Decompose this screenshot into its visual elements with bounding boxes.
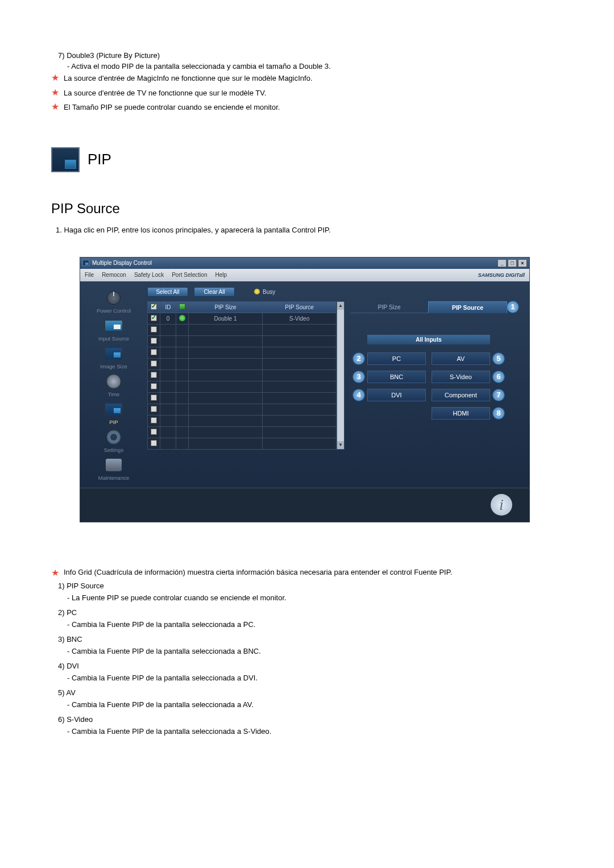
sidebar-item-label: PIP	[109, 419, 118, 425]
table-row[interactable]	[148, 335, 337, 347]
menu-file[interactable]: File	[85, 272, 94, 278]
sidebar-item-image-size[interactable]: Image Size	[80, 343, 147, 371]
callout-badge: 4	[352, 389, 365, 401]
row-checkbox[interactable]	[151, 326, 157, 333]
tab-pip-source[interactable]: PIP Source 1	[428, 301, 507, 313]
source-button-component[interactable]: Component	[432, 389, 490, 401]
cell-pip-size: Double 1	[189, 313, 263, 324]
note-text: La source d'entrée de MagicInfo ne fonct…	[64, 73, 563, 84]
gear-icon	[106, 430, 121, 445]
busy-indicator-icon	[254, 289, 260, 294]
list-item: 3) BNC	[51, 634, 563, 645]
table-row[interactable]	[148, 324, 337, 335]
row-checkbox[interactable]	[151, 440, 157, 446]
header-checkbox[interactable]	[148, 301, 160, 313]
star-icon: ★	[51, 73, 59, 83]
list-item: 7) Double3 (Picture By Picture)	[51, 51, 563, 60]
cell-id: 0	[160, 313, 176, 324]
sidebar-item-settings[interactable]: Settings	[80, 426, 147, 454]
table-row[interactable]	[148, 369, 337, 381]
table-row[interactable]	[148, 438, 337, 449]
source-button-hdmi[interactable]: HDMI	[432, 407, 490, 420]
source-button-av[interactable]: AV	[432, 352, 490, 365]
menu-help[interactable]: Help	[215, 272, 227, 278]
sidebar-item-label: Power Control	[97, 308, 131, 314]
table-row[interactable]	[148, 381, 337, 392]
statusbar: i	[80, 488, 529, 522]
note-text: El Tamaño PIP se puede controlar cuando …	[64, 102, 563, 113]
pip-icon	[105, 403, 123, 416]
sidebar-item-maintenance[interactable]: Maintenance	[80, 454, 147, 482]
app-icon	[82, 260, 89, 266]
callout-badge: 8	[492, 407, 505, 420]
callout-badge: 1	[507, 301, 519, 313]
bottom-text-block: ★ Info Grid (Cuadrícula de información) …	[51, 568, 563, 737]
row-checkbox[interactable]	[151, 383, 157, 389]
menubar: File Remocon Safety Lock Port Selection …	[80, 269, 529, 281]
power-icon	[107, 291, 121, 305]
row-checkbox[interactable]	[151, 338, 157, 344]
row-checkbox[interactable]	[151, 406, 157, 412]
callout-badge: 7	[492, 389, 505, 401]
table-row[interactable]	[148, 415, 337, 426]
list-item-desc: - Cambia la Fuente PIP de la pantalla se…	[51, 646, 563, 657]
tab-pip-size[interactable]: PIP Size	[350, 301, 428, 313]
row-checkbox[interactable]	[151, 417, 157, 423]
table-row[interactable]	[148, 347, 337, 358]
info-icon[interactable]: i	[491, 494, 512, 516]
instruction-step: 1. Haga clic en PIP, entre los iconos pr…	[51, 226, 563, 234]
menu-safety-lock[interactable]: Safety Lock	[134, 272, 164, 278]
row-checkbox[interactable]	[151, 394, 157, 401]
list-item: 1) PIP Source	[51, 580, 563, 592]
row-checkbox[interactable]	[151, 349, 157, 355]
row-checkbox[interactable]	[151, 372, 157, 378]
table-row[interactable]	[148, 426, 337, 438]
sidebar-item-pip[interactable]: PIP	[80, 398, 147, 426]
scroll-up-icon[interactable]: ▲	[337, 302, 344, 310]
sidebar-item-power-control[interactable]: Power Control	[80, 287, 147, 315]
table-row[interactable]	[148, 404, 337, 415]
cell-pip-source: S-Video	[263, 313, 337, 324]
input-source-icon	[105, 320, 123, 331]
sidebar-item-time[interactable]: Time	[80, 371, 147, 398]
menu-port-selection[interactable]: Port Selection	[172, 272, 207, 278]
scrollbar[interactable]: ▲ ▼	[337, 301, 345, 450]
clock-icon	[106, 374, 121, 389]
list-item: 4) DVI	[51, 661, 563, 672]
status-dot-icon	[179, 315, 185, 321]
row-checkbox[interactable]	[151, 315, 157, 321]
all-inputs-label: All Inputs	[367, 335, 490, 344]
maximize-button[interactable]: □	[508, 259, 517, 267]
sidebar-item-label: Image Size	[100, 363, 127, 369]
note-text: La source d'entrée de TV ne fonctionne q…	[64, 88, 563, 99]
heading-pip: PIP	[88, 151, 111, 168]
sidebar-item-label: Input Source	[98, 335, 129, 342]
source-button-bnc[interactable]: BNC	[367, 371, 426, 383]
star-icon: ★	[51, 88, 59, 98]
list-item: 2) PC	[51, 607, 563, 618]
source-button-svideo[interactable]: S-Video	[432, 371, 490, 383]
scroll-down-icon[interactable]: ▼	[337, 441, 344, 449]
list-item-desc: - Cambia la Fuente PIP de la pantalla se…	[51, 672, 563, 684]
list-item: 5) AV	[51, 687, 563, 699]
sidebar-item-input-source[interactable]: Input Source	[80, 315, 147, 343]
row-checkbox[interactable]	[151, 360, 157, 367]
clear-all-button[interactable]: Clear All	[194, 287, 235, 297]
callout-badge: 3	[352, 371, 365, 383]
menu-remocon[interactable]: Remocon	[102, 272, 126, 278]
maintenance-icon	[106, 459, 122, 471]
minimize-button[interactable]: _	[497, 259, 507, 267]
source-button-dvi[interactable]: DVI	[367, 389, 426, 401]
callout-badge: 5	[492, 352, 505, 365]
table-row[interactable]	[148, 392, 337, 404]
callout-badge: 6	[492, 371, 505, 383]
source-button-pc[interactable]: PC	[367, 352, 426, 365]
close-button[interactable]: ×	[518, 259, 527, 267]
select-all-button[interactable]: Select All	[147, 287, 188, 297]
table-row[interactable]	[148, 358, 337, 369]
row-checkbox[interactable]	[151, 429, 157, 435]
sidebar-item-label: Settings	[104, 447, 123, 453]
list-item-desc: - Cambia la Fuente PIP de la pantalla se…	[51, 619, 563, 630]
table-row[interactable]: 0 Double 1 S-Video	[148, 313, 337, 324]
display-table: ID PIP Size PIP Source 0 Double 1 S-Vide…	[147, 301, 337, 450]
